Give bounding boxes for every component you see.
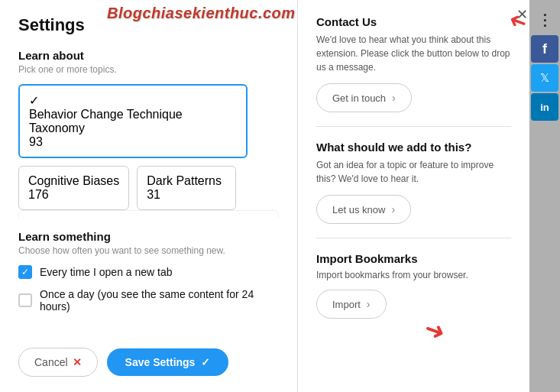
what-description: Got an idea for a topic or feature to im… (316, 158, 511, 186)
learn-about-title: Learn about (18, 49, 279, 62)
facebook-icon[interactable]: f (531, 35, 558, 63)
learn-something-section: Learn something Choose how often you wan… (18, 230, 279, 313)
close-button[interactable]: ✕ (516, 6, 528, 23)
checkbox-once-day[interactable] (18, 293, 32, 307)
linkedin-icon[interactable]: in (531, 93, 558, 121)
cancel-x-icon: ✕ (73, 356, 82, 368)
option-every-tab-label: Every time I open a new tab (40, 266, 173, 278)
learn-something-subtitle: Choose how often you want to see somethi… (18, 245, 279, 256)
import-label: Import (332, 299, 361, 310)
topic-count-bctt: 93 (29, 135, 237, 149)
topic-count-dark: 31 (147, 188, 226, 202)
twitter-icon[interactable]: 𝕏 (531, 64, 558, 92)
topic-row: Cognitive Biases 176 Dark Patterns 31 (18, 166, 279, 210)
import-button[interactable]: Import › (316, 290, 387, 319)
right-sidebar: ➜ ⋮ f 𝕏 in (529, 0, 560, 392)
contact-section: Contact Us We'd love to hear what you th… (316, 15, 511, 127)
right-panel: Contact Us We'd love to hear what you th… (298, 0, 529, 392)
import-title: Import Bookmarks (316, 252, 511, 265)
import-chevron-icon: › (367, 298, 371, 310)
topic-card-cognitive[interactable]: Cognitive Biases 176 (18, 166, 129, 210)
let-us-know-label: Let us know (332, 204, 385, 215)
bottom-buttons: Cancel ✕ Save Settings ✓ (18, 348, 228, 377)
learn-about-section: Learn about Pick one or more topics. ✓ B… (18, 49, 279, 218)
let-us-know-button[interactable]: Let us know › (316, 195, 411, 224)
option-once-day[interactable]: Once a day (you see the same content for… (18, 288, 279, 313)
topic-name-bctt: Behavior Change Technique Taxonomy (29, 108, 237, 135)
topic-name-cognitive: Cognitive Biases (28, 174, 119, 188)
contact-title: Contact Us (316, 15, 511, 28)
what-title: What should we add to this? (316, 141, 511, 154)
contact-description: We'd love to hear what you think about t… (316, 33, 511, 74)
topic-card-dark[interactable]: Dark Patterns 31 (137, 166, 236, 210)
let-us-know-chevron-icon: › (391, 203, 395, 215)
option-every-tab[interactable]: ✓ Every time I open a new tab (18, 265, 279, 279)
get-in-touch-button[interactable]: Get in touch › (316, 83, 412, 112)
cancel-button[interactable]: Cancel ✕ (18, 348, 98, 377)
topic-card-bctt[interactable]: ✓ Behavior Change Technique Taxonomy 93 (18, 84, 248, 158)
selected-checkmark: ✓ (29, 93, 237, 108)
option-once-day-label: Once a day (you see the same content for… (40, 288, 279, 313)
get-in-touch-label: Get in touch (332, 92, 386, 104)
checkbox-every-tab[interactable]: ✓ (18, 265, 32, 279)
left-panel: Blogchiasekienthuc.com Settings Learn ab… (0, 0, 298, 392)
save-check-icon: ✓ (201, 356, 210, 368)
more-options-button[interactable]: ⋮ (531, 6, 558, 34)
get-in-touch-chevron-icon: › (392, 92, 396, 104)
what-section: What should we add to this? Got an idea … (316, 141, 511, 238)
topic-count-cognitive: 176 (28, 188, 119, 202)
save-button[interactable]: Save Settings ✓ (107, 348, 229, 376)
cancel-label: Cancel (34, 356, 68, 368)
import-description: Import bookmarks from your browser. (316, 270, 511, 280)
learn-about-subtitle: Pick one or more topics. (18, 64, 279, 75)
page-title: Settings (18, 15, 279, 35)
topic-name-dark: Dark Patterns (147, 174, 226, 188)
import-section: Import Bookmarks Import bookmarks from y… (316, 252, 511, 319)
learn-something-title: Learn something (18, 230, 279, 243)
save-label: Save Settings (125, 356, 196, 368)
